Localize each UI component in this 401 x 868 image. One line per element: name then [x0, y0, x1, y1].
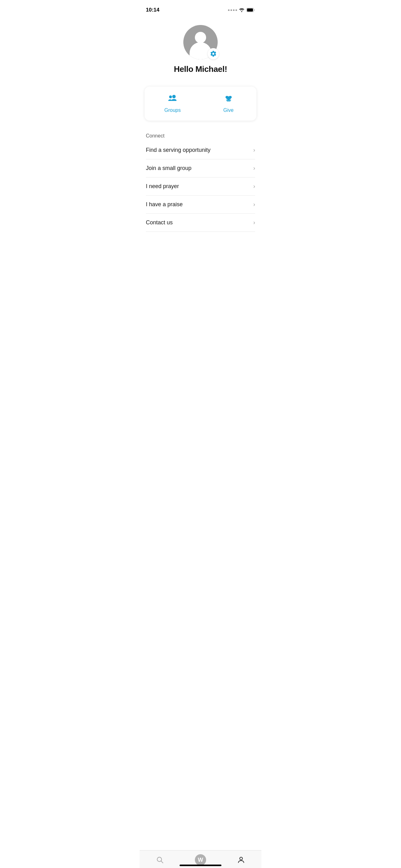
small-group-item[interactable]: Join a small group ›: [146, 159, 255, 178]
give-label: Give: [223, 107, 234, 113]
gear-icon: [210, 50, 217, 57]
status-time: 10:14: [146, 7, 159, 13]
give-icon: [224, 94, 234, 105]
small-group-label: Join a small group: [146, 165, 192, 172]
chevron-right-icon: ›: [253, 165, 255, 172]
svg-rect-1: [247, 8, 253, 11]
chevron-right-icon: ›: [253, 201, 255, 208]
settings-badge[interactable]: [208, 48, 219, 59]
chevron-right-icon: ›: [253, 183, 255, 190]
give-action[interactable]: Give: [201, 94, 257, 113]
battery-icon: [246, 8, 255, 12]
groups-action[interactable]: Groups: [144, 94, 201, 113]
praise-item[interactable]: I have a praise ›: [146, 195, 255, 214]
connect-section: Connect Find a serving opportunity › Joi…: [140, 127, 261, 232]
prayer-item[interactable]: I need prayer ›: [146, 178, 255, 195]
svg-rect-5: [227, 101, 231, 101]
svg-point-2: [172, 95, 175, 98]
wifi-icon: [239, 8, 244, 12]
person-head: [195, 32, 206, 43]
quick-actions-card: Groups Give: [144, 87, 257, 121]
contact-item[interactable]: Contact us ›: [146, 214, 255, 232]
praise-label: I have a praise: [146, 201, 183, 208]
groups-label: Groups: [164, 107, 180, 113]
serving-opportunity-item[interactable]: Find a serving opportunity ›: [146, 141, 255, 159]
connect-heading: Connect: [146, 133, 255, 139]
connect-list: Find a serving opportunity › Join a smal…: [146, 141, 255, 232]
svg-rect-4: [226, 100, 231, 101]
greeting-text: Hello Michael!: [174, 64, 227, 74]
chevron-right-icon: ›: [253, 147, 255, 153]
svg-point-3: [169, 96, 172, 98]
groups-icon: [167, 94, 178, 105]
contact-label: Contact us: [146, 219, 173, 226]
signal-dots-icon: [228, 9, 237, 11]
status-icons: [228, 8, 255, 12]
status-bar: 10:14: [140, 0, 261, 16]
profile-section: Hello Michael!: [140, 16, 261, 80]
prayer-label: I need prayer: [146, 183, 179, 190]
serving-opportunity-label: Find a serving opportunity: [146, 147, 210, 153]
avatar-container: [183, 25, 218, 59]
chevron-right-icon: ›: [253, 219, 255, 226]
